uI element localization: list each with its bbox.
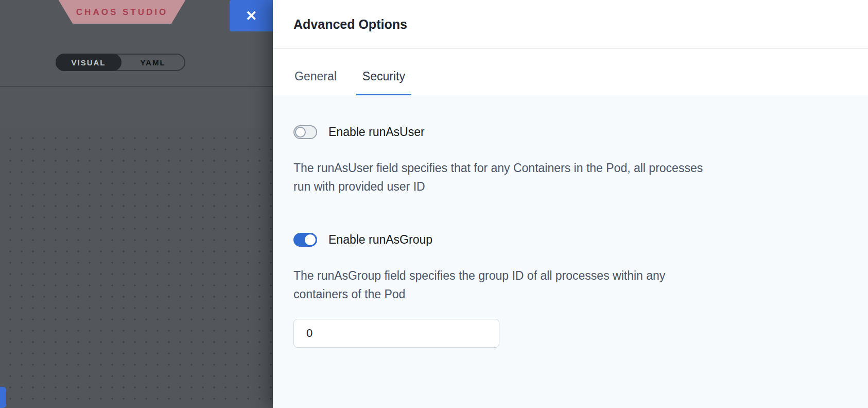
toggle-knob bbox=[305, 234, 316, 245]
description-line: containers of the Pod bbox=[293, 285, 827, 303]
chaos-studio-app-background: CHAOS STUDIO VISUAL YAML bbox=[0, 0, 273, 408]
close-button[interactable]: ✕ bbox=[230, 0, 273, 31]
runasuser-description: The runAsUser field specifies that for a… bbox=[293, 159, 827, 196]
description-line: The runAsGroup field specifies the group… bbox=[293, 266, 827, 285]
drawer-header: Advanced Options bbox=[273, 0, 868, 49]
close-icon: ✕ bbox=[246, 8, 257, 24]
visual-yaml-switch[interactable]: VISUAL YAML bbox=[56, 54, 185, 71]
brand-badge: CHAOS STUDIO bbox=[54, 0, 190, 24]
drawer-tabs: General Security bbox=[273, 49, 868, 95]
runasuser-row: Enable runAsUser bbox=[293, 125, 827, 139]
tab-general[interactable]: General bbox=[288, 70, 343, 95]
description-line: run with provided user ID bbox=[293, 177, 827, 196]
visual-tab[interactable]: VISUAL bbox=[56, 54, 121, 71]
drawer-title: Advanced Options bbox=[293, 17, 407, 32]
runasgroup-toggle[interactable] bbox=[293, 233, 317, 247]
header-divider bbox=[0, 86, 273, 87]
runasgroup-description: The runAsGroup field specifies the group… bbox=[293, 266, 827, 303]
runasgroup-id-input[interactable] bbox=[293, 319, 499, 348]
canvas-control-partial[interactable] bbox=[0, 387, 6, 408]
toggle-knob bbox=[295, 127, 306, 138]
yaml-tab[interactable]: YAML bbox=[121, 55, 184, 70]
runasuser-toggle[interactable] bbox=[293, 125, 317, 139]
dotted-canvas bbox=[0, 128, 273, 408]
runasgroup-row: Enable runAsGroup bbox=[293, 233, 827, 247]
runasgroup-label: Enable runAsGroup bbox=[328, 233, 432, 247]
tab-security[interactable]: Security bbox=[356, 70, 411, 95]
security-tab-content: Enable runAsUser The runAsUser field spe… bbox=[273, 95, 868, 408]
runasuser-label: Enable runAsUser bbox=[328, 125, 425, 139]
description-line: The runAsUser field specifies that for a… bbox=[293, 159, 827, 177]
brand-title: CHAOS STUDIO bbox=[76, 7, 168, 18]
advanced-options-drawer: Advanced Options General Security Enable… bbox=[273, 0, 868, 408]
